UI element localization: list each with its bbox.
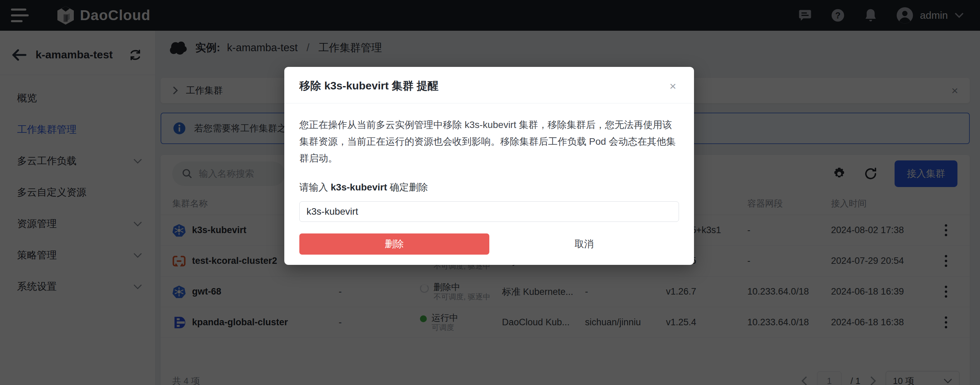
modal-warning-text: 您正在操作从当前多云实例管理中移除 k3s-kubevirt 集群，移除集群后，… [284, 103, 694, 166]
modal-title: 移除 k3s-kubevirt 集群 提醒 [299, 79, 667, 93]
delete-button[interactable]: 删除 [299, 233, 489, 255]
cancel-button[interactable]: 取消 [489, 238, 679, 250]
confirm-cluster-name-input[interactable] [299, 201, 679, 222]
confirm-input-label: 请输入 k3s-kubevirt 确定删除 [284, 166, 694, 194]
remove-cluster-modal: 移除 k3s-kubevirt 集群 提醒 × 您正在操作从当前多云实例管理中移… [284, 67, 694, 265]
cluster-name-emphasis: k3s-kubevirt [331, 182, 387, 192]
close-icon[interactable]: × [667, 79, 679, 93]
